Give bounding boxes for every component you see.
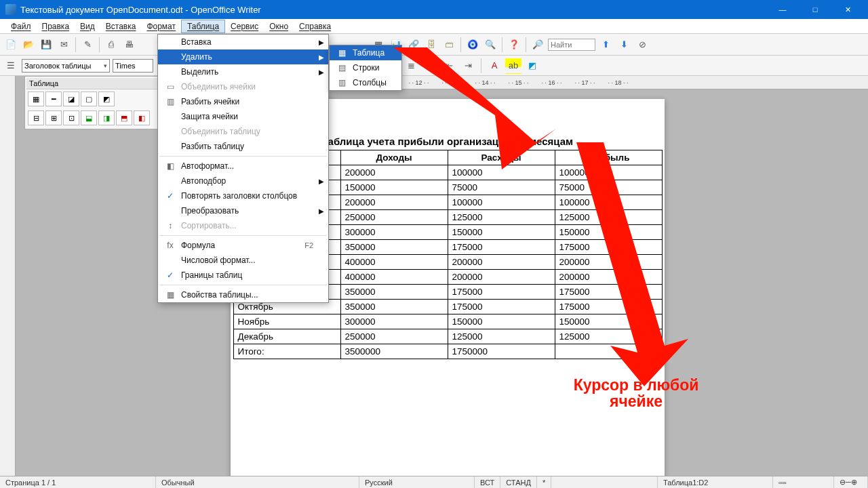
- table-cell[interactable]: 300000: [340, 314, 448, 329]
- menu-insert[interactable]: Вставка: [100, 20, 142, 33]
- bg-color-icon[interactable]: ◩: [524, 58, 540, 74]
- table-cell[interactable]: 175000: [555, 285, 662, 300]
- menu-item[interactable]: ▦Свойства таблицы...: [158, 287, 328, 302]
- table-cell[interactable]: 150000: [448, 225, 555, 240]
- table-cell[interactable]: 75000: [555, 180, 662, 195]
- split-icon[interactable]: ⊞: [45, 110, 62, 125]
- menu-format[interactable]: Формат: [141, 20, 181, 33]
- menu-item[interactable]: Разбить таблицу: [158, 139, 328, 154]
- highlight-icon[interactable]: ab: [505, 58, 521, 74]
- table-cell[interactable]: Декабрь: [233, 329, 340, 344]
- table-cell[interactable]: 200000: [555, 270, 662, 285]
- table-cell[interactable]: [555, 344, 662, 359]
- table-cell[interactable]: 3500000: [340, 344, 448, 359]
- table-cell[interactable]: 400000: [340, 270, 448, 285]
- table-cell[interactable]: 200000: [555, 255, 662, 270]
- menu-item[interactable]: Защита ячейки: [158, 109, 328, 124]
- table-cell[interactable]: 150000: [555, 225, 662, 240]
- table-cell[interactable]: 100000: [555, 165, 662, 180]
- table-cell[interactable]: 100000: [555, 195, 662, 210]
- delete-col-icon[interactable]: ◧: [134, 110, 150, 125]
- font-color-icon[interactable]: A: [486, 58, 502, 74]
- menu-edit[interactable]: Правка: [37, 20, 75, 33]
- menu-help[interactable]: Справка: [294, 20, 336, 33]
- table-cell[interactable]: 200000: [340, 195, 448, 210]
- table-cell[interactable]: 175000: [448, 285, 555, 300]
- merge-icon[interactable]: ⊟: [28, 110, 44, 125]
- table-cell[interactable]: 100000: [448, 195, 555, 210]
- pdf-icon[interactable]: ⎙: [103, 37, 119, 53]
- table-grid-icon[interactable]: ▦: [28, 92, 44, 106]
- menu-table[interactable]: Таблица: [181, 20, 225, 33]
- submenu-item[interactable]: ▥Столбцы: [330, 75, 401, 90]
- status-view-icons[interactable]: ▫▫▫: [773, 476, 834, 488]
- table-cell[interactable]: 125000: [448, 210, 555, 225]
- help-icon[interactable]: ❓: [506, 37, 522, 53]
- table-cell[interactable]: 175000: [555, 300, 662, 314]
- table-cell[interactable]: 175000: [448, 300, 555, 314]
- menu-item[interactable]: ▥Разбить ячейки: [158, 94, 328, 109]
- table-cell[interactable]: 1750000: [448, 344, 555, 359]
- menu-item[interactable]: Числовой формат...: [158, 253, 328, 268]
- menu-item[interactable]: ✓Повторять заголовки столбцов: [158, 188, 328, 203]
- insert-row-icon[interactable]: ⬓: [81, 110, 97, 125]
- bg-icon[interactable]: ◩: [98, 92, 115, 106]
- menu-item[interactable]: Автоподбор▶: [158, 174, 328, 188]
- submenu-item[interactable]: ▤Строки: [330, 60, 401, 75]
- menu-item[interactable]: ✓Границы таблиц: [158, 268, 328, 283]
- table-cell[interactable]: 175000: [448, 240, 555, 255]
- menu-file[interactable]: Файл: [5, 20, 37, 33]
- menu-item[interactable]: Вставка▶: [158, 35, 328, 49]
- save-icon[interactable]: 💾: [38, 37, 54, 53]
- line-style-icon[interactable]: ━: [45, 92, 62, 106]
- insert-col-icon[interactable]: ◨: [98, 110, 115, 125]
- table-header-cell[interactable]: Расходы: [448, 150, 555, 165]
- close-button[interactable]: ✕: [833, 3, 863, 16]
- status-sel-mode[interactable]: СТАНД: [500, 476, 537, 488]
- menu-item[interactable]: fxФормулаF2: [158, 238, 328, 253]
- status-insert-mode[interactable]: ВСТ: [475, 476, 500, 488]
- table-cell[interactable]: 300000: [340, 225, 448, 240]
- maximize-button[interactable]: □: [800, 3, 830, 16]
- table-cell[interactable]: 200000: [448, 255, 555, 270]
- list-bullet-icon[interactable]: ≣: [403, 58, 419, 74]
- table-cell[interactable]: 125000: [555, 329, 662, 344]
- menu-view[interactable]: Вид: [75, 20, 100, 33]
- new-doc-icon[interactable]: 📄: [3, 37, 19, 53]
- menu-item[interactable]: Выделить▶: [158, 64, 328, 79]
- table-cell[interactable]: Итого:: [233, 344, 340, 359]
- table-cell[interactable]: 125000: [448, 329, 555, 344]
- optimize-icon[interactable]: ⊡: [63, 110, 79, 125]
- edit-icon[interactable]: ✎: [79, 37, 96, 53]
- table-cell[interactable]: 350000: [340, 240, 448, 255]
- menu-tools[interactable]: Сервис: [225, 20, 264, 33]
- table-cell[interactable]: 200000: [340, 165, 448, 180]
- table-cell[interactable]: 150000: [555, 314, 662, 329]
- menu-window[interactable]: Окно: [264, 20, 294, 33]
- list-number-icon[interactable]: ≡: [422, 58, 438, 74]
- table-row[interactable]: Итого:35000001750000: [233, 344, 662, 359]
- open-icon[interactable]: 📂: [20, 37, 37, 53]
- status-zoom[interactable]: ⊖─⊕: [834, 476, 868, 488]
- table-header-cell[interactable]: Доходы: [340, 150, 448, 165]
- find-next-icon[interactable]: ⬇: [616, 37, 632, 53]
- borders-icon[interactable]: ▢: [81, 92, 97, 106]
- table-cell[interactable]: 75000: [448, 180, 555, 195]
- table-cell[interactable]: Ноябрь: [233, 314, 340, 329]
- table-cell[interactable]: 150000: [340, 180, 448, 195]
- navigator-icon[interactable]: 🧿: [465, 37, 481, 53]
- status-style[interactable]: Обычный: [156, 476, 359, 488]
- menu-item[interactable]: Преобразовать▶: [158, 203, 328, 218]
- find-icon[interactable]: 🔎: [530, 37, 546, 53]
- email-icon[interactable]: ✉: [56, 37, 72, 53]
- print-icon[interactable]: 🖶: [121, 37, 137, 53]
- submenu-item[interactable]: ▦Таблица: [330, 45, 401, 60]
- status-language[interactable]: Русский: [359, 476, 475, 488]
- find-input[interactable]: [548, 39, 595, 51]
- styles-icon[interactable]: ☰: [3, 58, 19, 74]
- hyperlink-icon[interactable]: 🔗: [406, 37, 422, 53]
- db-icon[interactable]: 🗄: [423, 37, 439, 53]
- paragraph-style-select[interactable]: Заголовок таблицы▾: [22, 59, 110, 73]
- indent-dec-icon[interactable]: ⇤: [441, 58, 457, 74]
- table-cell[interactable]: 350000: [340, 285, 448, 300]
